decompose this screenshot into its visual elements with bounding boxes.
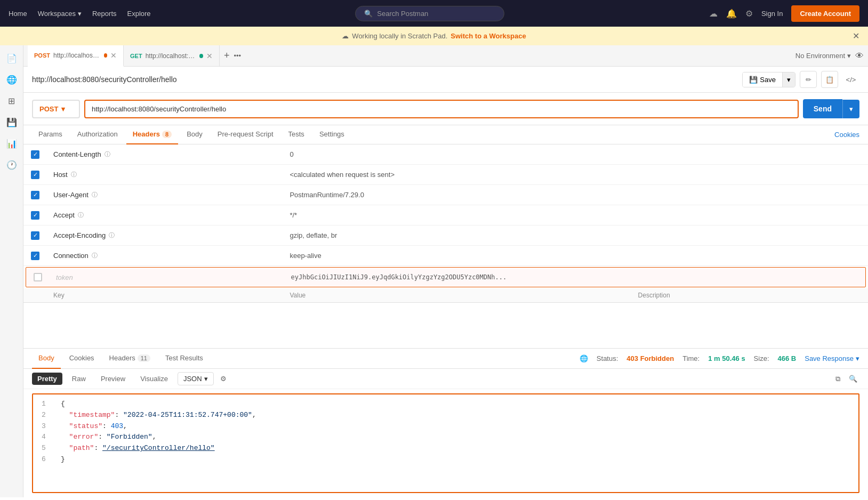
info-icon-user-agent[interactable]: ⓘ — [92, 191, 98, 199]
key-user-agent: User-Agent ⓘ — [47, 187, 283, 203]
notifications-icon[interactable]: 🔔 — [726, 9, 737, 19]
resp-headers-badge: 11 — [138, 354, 150, 362]
tab-close-post[interactable]: ✕ — [110, 51, 117, 60]
banner-cloud-icon: ☁ — [342, 32, 349, 40]
info-icon-connection[interactable]: ⓘ — [92, 252, 98, 260]
tab-post[interactable]: POST http://localhost:8080/ ✕ — [28, 45, 124, 67]
tab-body[interactable]: Body — [180, 125, 209, 144]
sidebar-icon-new[interactable]: 📄 — [3, 50, 20, 67]
tab-tests[interactable]: Tests — [282, 125, 311, 144]
search-box[interactable]: 🔍 Search Postman — [355, 6, 504, 21]
info-icon-host[interactable]: ⓘ — [71, 171, 77, 179]
resp-tab-headers[interactable]: Headers 11 — [103, 349, 157, 369]
checkbox-user-agent[interactable]: ✓ — [23, 191, 47, 199]
key-connection: Connection ⓘ — [47, 247, 283, 264]
sidebar-icon-save[interactable]: 💾 — [3, 114, 20, 131]
request-title: http://localhost:8080/securityController… — [32, 75, 742, 84]
doc-icon-button[interactable]: 📋 — [821, 71, 838, 88]
content-area: POST http://localhost:8080/ ✕ GET http:/… — [23, 45, 868, 497]
method-select[interactable]: POST — [32, 100, 80, 118]
save-button-group: 💾 Save — [742, 72, 795, 87]
settings-icon[interactable]: ⚙ — [745, 9, 753, 19]
resp-tab-test-results[interactable]: Test Results — [159, 349, 210, 369]
tab-authorization[interactable]: Authorization — [71, 125, 124, 144]
key-accept: Accept ⓘ — [47, 207, 283, 223]
tab-headers[interactable]: Headers 8 — [126, 125, 178, 144]
desc-accept — [632, 211, 868, 220]
save-dropdown-button[interactable] — [782, 72, 795, 87]
format-raw[interactable]: Raw — [67, 373, 91, 385]
checkbox-accept-encoding[interactable]: ✓ — [23, 231, 47, 240]
headers-table: ✓ Content-Length ⓘ 0 ✓ Host ⓘ <calculat — [23, 144, 868, 348]
path-link[interactable]: "/securityController/hello" — [102, 444, 215, 452]
header-row-accept: ✓ Accept ⓘ */* — [23, 205, 868, 225]
checkbox-host[interactable]: ✓ — [23, 171, 47, 179]
sidebar-icon-chart[interactable]: 📊 — [3, 135, 20, 152]
tabs-bar: POST http://localhost:8080/ ✕ GET http:/… — [23, 45, 868, 67]
checkbox-accept[interactable]: ✓ — [23, 211, 47, 220]
tab-dot-get — [199, 54, 203, 58]
tab-add-button[interactable]: + — [224, 50, 230, 61]
request-panel: http://localhost:8080/securityController… — [23, 67, 868, 497]
nav-workspaces[interactable]: Workspaces — [38, 10, 82, 18]
resp-tab-body[interactable]: Body — [32, 349, 61, 369]
format-json-select[interactable]: JSON — [178, 372, 214, 385]
info-icon-accept[interactable]: ⓘ — [78, 211, 84, 219]
code-icon-button[interactable]: </> — [842, 71, 859, 88]
nav-home[interactable]: Home — [9, 10, 27, 18]
sidebar-icon-history[interactable]: 🕐 — [3, 156, 20, 173]
url-input[interactable] — [84, 100, 799, 118]
switch-workspace-link[interactable]: Switch to a Workspace — [451, 32, 526, 40]
response-code-block: 1 { 2 "timestamp": "2022-04-25T11:31:52.… — [32, 393, 859, 493]
save-response-button[interactable]: Save Response — [805, 354, 859, 362]
nav-reports[interactable]: Reports — [92, 10, 117, 18]
info-icon-content-length[interactable]: ⓘ — [105, 150, 110, 158]
save-chevron-icon — [787, 76, 791, 84]
format-preview[interactable]: Preview — [95, 373, 131, 385]
response-panel: Body Cookies Headers 11 Test Results 🌐 S… — [23, 348, 868, 497]
tab-close-get[interactable]: ✕ — [206, 52, 213, 60]
send-button[interactable]: Send — [803, 99, 842, 118]
tab-get[interactable]: GET http://localhost:8080/t ✕ — [124, 45, 220, 67]
edit-icon-button[interactable]: ✏ — [800, 71, 817, 88]
save-button[interactable]: 💾 Save — [743, 72, 782, 87]
tab-pre-request[interactable]: Pre-request Script — [211, 125, 280, 144]
desc-host — [632, 171, 868, 179]
format-pretty[interactable]: Pretty — [32, 373, 62, 385]
checkbox-connection[interactable]: ✓ — [23, 252, 47, 260]
col-headers-row: Key Value Description — [23, 288, 868, 303]
status-value: 403 Forbidden — [626, 354, 674, 362]
value-content-length: 0 — [283, 146, 631, 163]
checkbox-token[interactable] — [26, 273, 50, 281]
tab-more-button[interactable]: ••• — [234, 52, 242, 60]
cookies-link[interactable]: Cookies — [834, 131, 859, 139]
workspaces-chevron-icon — [78, 10, 82, 18]
sign-in-button[interactable]: Sign In — [761, 10, 783, 18]
tab-settings[interactable]: Settings — [313, 125, 351, 144]
tab-params[interactable]: Params — [32, 125, 69, 144]
desc-accept-encoding — [632, 231, 868, 240]
key-host: Host ⓘ — [47, 166, 283, 183]
desc-token — [630, 273, 865, 281]
sidebar-icon-grid[interactable]: ⊞ — [3, 92, 20, 109]
nav-explore[interactable]: Explore — [127, 10, 151, 18]
cloud-icon[interactable]: ☁ — [709, 9, 718, 19]
send-dropdown-button[interactable]: ▾ — [842, 100, 859, 118]
url-bar: POST Send ▾ — [23, 93, 868, 125]
env-dropdown[interactable]: No Environment — [795, 52, 851, 60]
format-visualize[interactable]: Visualize — [135, 373, 173, 385]
sidebar-icon-tree[interactable]: 🌐 — [3, 71, 20, 88]
copy-icon[interactable]: ⧉ — [833, 373, 842, 385]
checkbox-content-length[interactable]: ✓ — [23, 150, 47, 159]
col-header-key: Key — [47, 288, 283, 302]
search-response-icon[interactable]: 🔍 — [847, 373, 859, 385]
header-row-content-length: ✓ Content-Length ⓘ 0 — [23, 144, 868, 165]
eye-icon[interactable]: 👁 — [855, 51, 864, 61]
main-layout: 📄 🌐 ⊞ 💾 📊 🕐 POST http://localhost:8080/ … — [0, 45, 868, 497]
format-filter-icon[interactable]: ⚙ — [218, 373, 229, 385]
banner-close-button[interactable]: ✕ — [853, 31, 859, 41]
info-icon-accept-encoding[interactable]: ⓘ — [109, 231, 115, 239]
resp-tab-cookies[interactable]: Cookies — [63, 349, 101, 369]
create-account-button[interactable]: Create Account — [791, 5, 859, 22]
env-chevron-icon — [847, 52, 851, 60]
